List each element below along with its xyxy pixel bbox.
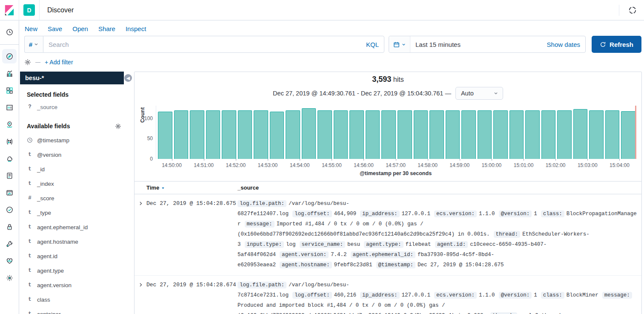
histogram-bar[interactable] [302,108,316,159]
histogram-bar[interactable] [557,110,572,159]
sort-descending-icon [161,186,165,190]
field-item-_source[interactable]: ?_source [20,100,131,114]
nav-item-canvas[interactable] [2,100,17,115]
field-item-_index[interactable]: t_index [20,176,131,191]
field-item-agent.ephemeral_id[interactable]: tagent.ephemeral_id [20,220,131,234]
field-item-_type[interactable]: t_type [20,205,131,220]
histogram-bar[interactable] [254,110,268,159]
nav-item-siem[interactable] [2,219,17,234]
interval-select[interactable]: Auto [455,87,503,100]
histogram-bar[interactable] [270,112,284,159]
histogram-bar[interactable] [158,112,172,159]
expand-row-chevron[interactable] [135,194,146,275]
histogram-bar[interactable] [478,110,492,159]
histogram-bar[interactable] [493,110,508,159]
field-type-icon: t [27,311,33,314]
search-input[interactable] [49,41,363,48]
kibana-logo-icon [4,5,15,16]
field-item-agent.type[interactable]: tagent.type [20,263,131,278]
cloud-status-icon[interactable] [625,6,640,14]
kql-toggle[interactable]: KQL [366,41,379,48]
histogram-bar[interactable] [366,110,380,159]
field-item-agent.id[interactable]: tagent.id [20,249,131,263]
histogram-bar[interactable] [509,110,524,159]
field-type-icon: t [27,253,33,259]
table-row: Dec 27, 2019 @ 15:04:28.674log.file.path… [135,276,641,314]
menu-item-open[interactable]: Open [72,25,88,32]
histogram-bar[interactable] [190,110,204,159]
expand-row-chevron[interactable] [135,276,146,314]
refresh-button[interactable]: Refresh [592,36,641,53]
calendar-button[interactable] [389,36,410,52]
collapse-sidebar-button[interactable]: ◀ [124,74,132,82]
menu-item-save[interactable]: Save [48,25,62,32]
histogram-bar[interactable] [621,111,635,159]
menu-item-share[interactable]: Share [98,25,115,32]
histogram-bar[interactable] [334,110,348,159]
field-item-container[interactable]: tcontainer [20,307,131,314]
histogram-bar[interactable] [541,110,556,159]
app-badge-wrap[interactable]: D [19,0,40,20]
field-item-_score[interactable]: #_score [20,191,131,205]
field-item-@version[interactable]: t@version [20,147,131,162]
nav-item-metrics[interactable] [2,151,17,166]
menu-item-inspect[interactable]: Inspect [126,25,146,32]
histogram-bar[interactable] [206,110,220,159]
add-filter-link[interactable]: + Add filter [45,59,73,66]
discover-icon [6,53,13,60]
nav-item-visualize[interactable] [2,66,17,81]
histogram-bar[interactable] [414,110,428,159]
histogram-bar[interactable] [446,110,460,159]
menu-item-new[interactable]: New [25,25,37,32]
histogram-bar[interactable] [349,110,364,159]
histogram-bar[interactable] [573,109,588,159]
histogram-bar[interactable] [318,110,332,159]
field-item-class[interactable]: tclass [20,292,131,307]
histogram-bar[interactable] [222,110,236,159]
chevron-down-icon [401,42,406,47]
nav-item-recently-viewed[interactable] [2,25,17,39]
nav-item-discover[interactable] [2,49,17,63]
field-item-agent.hostname[interactable]: tagent.hostname [20,234,131,249]
histogram-bar[interactable] [174,110,189,159]
filter-settings-gear-icon[interactable] [24,59,31,66]
table-header: Time _source [135,181,641,194]
field-settings-gear-icon[interactable] [112,120,124,132]
source-field-key: agent.type: [364,241,404,248]
field-item-_id[interactable]: t_id [20,162,131,176]
histogram-bar[interactable] [605,110,620,159]
histogram-bar[interactable] [429,110,444,159]
nav-item-uptime[interactable] [2,202,17,217]
nav-item-apm[interactable] [2,185,17,200]
management-icon [6,274,13,282]
nav-item-management[interactable] [2,271,17,285]
table-row: Dec 27, 2019 @ 15:04:28.675log.file.path… [135,194,641,276]
histogram-bar[interactable] [461,110,476,159]
nav-item-stack-monitoring[interactable] [2,254,17,268]
dashboard-icon [6,87,13,94]
nav-item-maps[interactable] [2,117,17,132]
show-dates-link[interactable]: Show dates [547,41,585,48]
time-range-value[interactable]: Last 15 minutes [410,41,547,48]
histogram-bar[interactable] [589,110,604,159]
histogram-bar[interactable] [398,110,412,159]
y-axis-tick: 50 [147,135,153,141]
histogram-bar[interactable] [381,110,396,159]
histogram-bar[interactable] [238,110,252,159]
selected-fields-title: Selected fields [27,91,131,98]
field-item-agent.version[interactable]: tagent.version [20,278,131,292]
source-field-value: BlockMiner [567,292,598,298]
query-language-filter-button[interactable]: # [24,36,43,53]
field-item-@timestamp[interactable]: @timestamp [20,133,131,147]
query-bar: # KQL Last 15 minutes Show dates [24,36,641,53]
histogram-bar[interactable] [286,110,300,159]
field-type-icon: t [27,239,33,245]
nav-item-dashboard[interactable] [2,83,17,98]
time-column-header[interactable]: Time [146,184,238,191]
nav-item-dev-tools[interactable] [2,236,17,251]
nav-item-logs[interactable] [2,168,17,183]
nav-item-machine-learning[interactable] [2,134,17,149]
histogram-bar[interactable] [525,110,540,159]
kibana-logo[interactable] [0,0,19,20]
index-pattern-selector[interactable]: besu-* [20,72,124,84]
